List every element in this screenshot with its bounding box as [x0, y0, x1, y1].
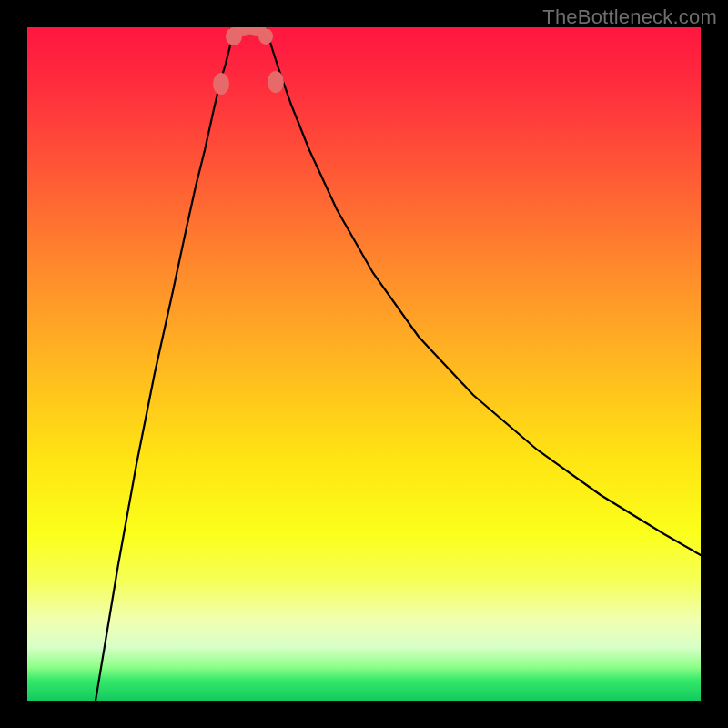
watermark-label: TheBottleneck.com	[542, 5, 717, 29]
valley-marker	[213, 73, 229, 95]
curve-right-branch	[267, 29, 701, 555]
curve-left-branch	[96, 29, 233, 701]
plot-area	[27, 27, 701, 701]
valley-marker	[268, 71, 284, 93]
valley-marker	[258, 28, 273, 45]
valley-markers	[213, 27, 284, 95]
curve-layer	[27, 27, 701, 701]
chart-frame: TheBottleneck.com	[0, 0, 728, 728]
